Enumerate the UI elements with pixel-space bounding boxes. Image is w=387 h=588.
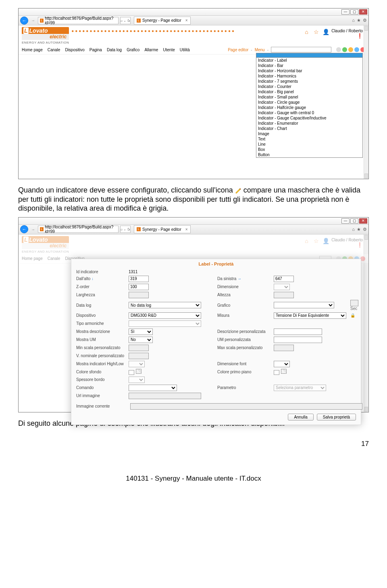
vertical-scrollbar[interactable] xyxy=(364,25,368,179)
close-button[interactable]: ✕ xyxy=(359,9,367,15)
mostrahl-select[interactable] xyxy=(129,361,145,367)
maximize-button[interactable]: ▢ xyxy=(350,9,358,15)
page-editor-label[interactable]: Page editor xyxy=(228,48,248,52)
minimize-button[interactable]: — xyxy=(341,218,350,224)
dd-item[interactable]: Indicator - Small panel xyxy=(256,94,362,100)
tab-close-icon[interactable]: × xyxy=(185,18,188,23)
tipoarm-select[interactable] xyxy=(129,320,201,327)
dd-item[interactable]: Box xyxy=(256,147,362,152)
back-button[interactable]: ← xyxy=(20,17,28,25)
menu-item[interactable]: Allarme xyxy=(144,48,158,52)
dallalto-input[interactable] xyxy=(129,276,149,282)
arrow-down-icon[interactable]: ↓ xyxy=(92,276,94,281)
home-icon[interactable]: ⌂ xyxy=(305,29,310,34)
spessbordo-select[interactable] xyxy=(129,377,145,383)
settings-icon[interactable]: ⚙ xyxy=(363,227,367,232)
search-toggle[interactable]: ⌕ ▾ 🖒 xyxy=(120,226,131,233)
mostradesc-select[interactable]: Sì xyxy=(129,329,153,335)
search-toggle[interactable]: ⌕ ▾ 🖒 xyxy=(120,17,131,24)
dd-item[interactable]: Indicator - Enumerator xyxy=(256,121,362,126)
color-picker-icon[interactable] xyxy=(136,369,141,374)
dd-item[interactable]: Indicator - Chart xyxy=(256,126,362,131)
dispositivo-select[interactable]: DMG300 R&D xyxy=(129,312,201,319)
dd-item[interactable]: Text xyxy=(256,136,362,142)
bg-color-swatch[interactable] xyxy=(129,370,134,375)
home-icon[interactable]: ⌂ xyxy=(352,227,355,232)
datalog-select[interactable]: No data log xyxy=(129,302,201,308)
menu-item[interactable]: Home page xyxy=(22,48,43,52)
dd-item[interactable]: Indicator - Halfcircle gauge xyxy=(256,105,362,110)
indicator-dropdown[interactable]: Indicator - Label Indicator - Bar Indica… xyxy=(256,53,363,158)
home-icon[interactable]: ⌂ xyxy=(305,238,310,243)
favorites-icon[interactable]: ★ xyxy=(357,227,361,232)
imgcorr-input[interactable] xyxy=(130,403,362,410)
dd-item[interactable]: Indicator - Big panel xyxy=(256,89,362,94)
grafico-select[interactable] xyxy=(274,302,334,308)
back-button[interactable]: ← xyxy=(20,225,28,233)
mostraum-select[interactable]: No xyxy=(129,337,153,343)
forward-button[interactable]: → xyxy=(30,226,36,232)
cancel-button[interactable]: Annulla xyxy=(288,414,313,421)
vnom-input[interactable] xyxy=(129,353,149,359)
browser-tab[interactable]: L Synergy - Page editor × xyxy=(134,225,191,233)
altezza-input[interactable] xyxy=(274,292,294,298)
forward-button[interactable]: → xyxy=(30,17,36,24)
menu-item[interactable]: Utente xyxy=(163,48,175,52)
dd-item[interactable]: Image xyxy=(256,131,362,136)
dd-item[interactable]: Indicator - Bar xyxy=(256,63,362,68)
menu-item[interactable]: Home page xyxy=(22,256,43,261)
save-button[interactable]: Salva proprietà xyxy=(317,414,356,421)
dd-item[interactable]: Line xyxy=(256,142,362,147)
color-picker-icon[interactable] xyxy=(281,369,287,374)
menu-item[interactable]: Canale xyxy=(48,48,60,52)
dd-item[interactable]: Indicator - Circle gauge xyxy=(256,100,362,105)
dd-item[interactable]: Indicator - Harmonics xyxy=(256,73,362,79)
dd-item[interactable]: Indicator - Label xyxy=(256,58,362,63)
url-field[interactable]: L http://localhost:9876/Page/Build.aspx?… xyxy=(38,17,119,24)
zorder-input[interactable] xyxy=(129,284,149,290)
minimize-button[interactable]: — xyxy=(341,9,350,15)
menu-item[interactable]: Grafico xyxy=(127,48,139,52)
tool-view-icon[interactable] xyxy=(354,47,359,52)
dimfont-select[interactable] xyxy=(274,361,290,367)
user-icon[interactable]: 👤 xyxy=(322,29,328,34)
settings-icon[interactable]: ⚙ xyxy=(363,18,367,23)
dasinistra-input[interactable] xyxy=(274,276,294,282)
dropdown-selected[interactable] xyxy=(256,53,363,58)
tab-close-icon[interactable]: × xyxy=(185,227,188,232)
user-icon[interactable]: 👤 xyxy=(322,238,328,243)
menu-item[interactable]: Data log xyxy=(107,48,122,52)
home-icon[interactable]: ⌂ xyxy=(352,18,355,23)
comando-select[interactable] xyxy=(129,385,177,391)
menu-item[interactable]: Utilità xyxy=(180,48,190,52)
menu-item[interactable]: Dispositivo xyxy=(65,48,84,52)
fg-color-swatch[interactable] xyxy=(274,370,279,375)
parametro-select[interactable]: Seleziona parametro xyxy=(274,385,326,391)
alert-icon[interactable]: ❗ xyxy=(357,33,363,39)
dd-item[interactable]: Indicator - 7 segments xyxy=(256,79,362,84)
urlimg-input[interactable] xyxy=(129,393,201,399)
lock-icon[interactable]: 🔒 xyxy=(350,313,362,318)
dd-item[interactable]: Indicator - Horizontal bar xyxy=(256,68,362,73)
descpers-input[interactable] xyxy=(274,329,322,335)
menu-item[interactable]: Canale xyxy=(48,256,60,261)
dd-item[interactable]: Button xyxy=(256,152,362,157)
misura-select[interactable]: Tensione Di Fase Equivalente xyxy=(274,312,346,319)
tool-add-icon[interactable] xyxy=(342,47,347,52)
star-icon[interactable]: ☆ xyxy=(314,29,319,34)
favorites-icon[interactable]: ★ xyxy=(357,18,361,23)
minscala-input[interactable] xyxy=(129,345,149,351)
star-icon[interactable]: ☆ xyxy=(314,238,319,243)
dd-item[interactable]: Indicator - Counter xyxy=(256,84,362,89)
browser-tab[interactable]: L Synergy - Page editor × xyxy=(134,17,191,25)
maxscala-input[interactable] xyxy=(274,345,294,351)
larghezza-input[interactable] xyxy=(129,292,149,298)
umpers-input[interactable] xyxy=(274,337,322,343)
dd-item[interactable]: Indicator - Gauge Capacitive/Inductive xyxy=(256,115,362,121)
alert-icon[interactable]: ❗ xyxy=(357,242,363,248)
maximize-button[interactable]: ▢ xyxy=(350,218,358,224)
dimensione-select[interactable] xyxy=(274,284,290,290)
url-field[interactable]: L http://localhost:9876/Page/Build.aspx?… xyxy=(38,226,119,233)
menu-item[interactable]: Pagina xyxy=(89,48,102,52)
arrow-right-icon[interactable]: → xyxy=(237,276,241,281)
